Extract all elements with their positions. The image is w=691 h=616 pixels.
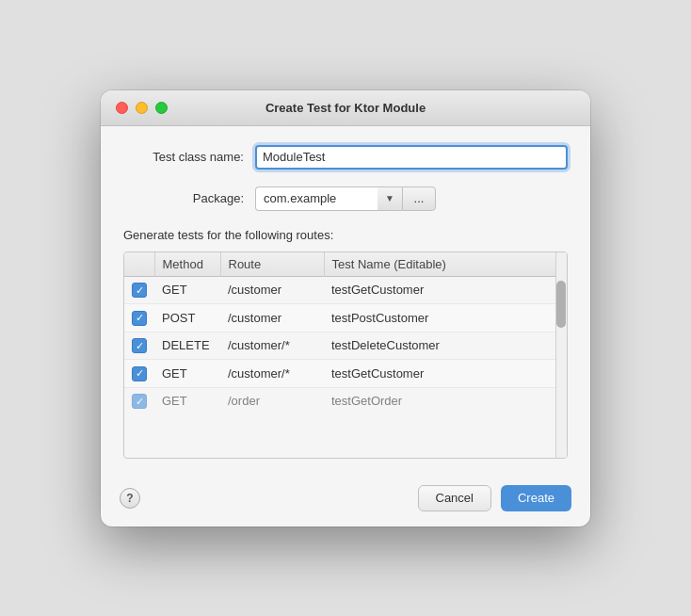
row-checkbox-cell: ✓ [124,304,154,332]
minimize-button[interactable] [136,102,148,114]
table-row: ✓GET/customertestGetCustomer [124,276,567,304]
class-name-row: Test class name: [123,145,568,170]
row-route: /customer/* [220,360,324,388]
row-checkbox-cell: ✓ [124,387,154,414]
help-icon: ? [126,492,133,505]
row-method: GET [154,276,220,304]
row-test-name[interactable]: testGetCustomer [324,360,567,388]
table-row: ✓POST/customertestPostCustomer [124,304,567,332]
package-row: Package: com.example ▼ ... [123,186,568,211]
row-route: /customer [220,276,324,304]
window-controls [116,102,168,114]
create-button[interactable]: Create [501,485,571,511]
routes-table-container: Method Route Test Name (Editable) ✓GET/c… [123,251,568,459]
table-row: ✓DELETE/customer/*testDeleteCustomer [124,332,567,360]
row-checkbox-cell: ✓ [124,276,154,304]
help-button[interactable]: ? [120,488,140,509]
chevron-down-icon: ▼ [385,193,394,203]
package-dropdown-display[interactable]: com.example [255,186,378,211]
footer-buttons: Cancel Create [418,485,572,511]
row-test-name[interactable]: testGetCustomer [324,276,567,304]
routes-table: Method Route Test Name (Editable) ✓GET/c… [124,252,567,415]
table-row: ✓GET/customer/*testGetCustomer [124,360,567,388]
package-dropdown-arrow[interactable]: ▼ [378,186,402,211]
routes-label: Generate tests for the following routes: [123,228,568,242]
row-route: /customer [220,304,324,332]
row-method: GET [154,360,220,388]
titlebar: Create Test for Ktor Module [101,90,590,126]
row-checkbox-cell: ✓ [124,360,154,388]
row-test-name[interactable]: testGetOrder [324,387,567,414]
dialog-title: Create Test for Ktor Module [265,101,426,115]
row-checkbox[interactable]: ✓ [132,394,147,409]
dialog-window: Create Test for Ktor Module Test class n… [101,90,590,527]
table-row: ✓GET/ordertestGetOrder [124,387,567,414]
row-checkbox-cell: ✓ [124,332,154,360]
maximize-button[interactable] [155,102,168,114]
row-method: POST [154,304,220,332]
package-browse-button[interactable]: ... [402,186,436,211]
cancel-button[interactable]: Cancel [418,485,491,511]
row-checkbox[interactable]: ✓ [132,338,147,353]
dialog-content: Test class name: Package: com.example ▼ … [101,126,590,474]
row-checkbox[interactable]: ✓ [132,366,147,381]
ellipsis-icon: ... [414,191,425,205]
row-route: /order [220,387,324,414]
class-name-input[interactable] [255,145,568,170]
row-test-name[interactable]: testPostCustomer [324,304,567,332]
row-checkbox[interactable]: ✓ [132,311,147,326]
close-button[interactable] [116,102,128,114]
col-header-method: Method [154,252,220,277]
scrollbar-thumb[interactable] [556,281,566,328]
package-label: Package: [123,191,255,205]
dialog-footer: ? Cancel Create [101,474,590,527]
class-name-label: Test class name: [123,150,255,164]
row-method: DELETE [154,332,220,360]
row-test-name[interactable]: testDeleteCustomer [324,332,567,360]
package-selector: com.example ▼ ... [255,186,436,211]
col-header-checkbox [124,252,154,277]
col-header-testname: Test Name (Editable) [324,252,567,277]
scrollbar-track[interactable] [555,252,567,458]
row-route: /customer/* [220,332,324,360]
row-checkbox[interactable]: ✓ [132,283,147,298]
row-method: GET [154,387,220,414]
col-header-route: Route [220,252,324,277]
table-header-row: Method Route Test Name (Editable) [124,252,567,277]
